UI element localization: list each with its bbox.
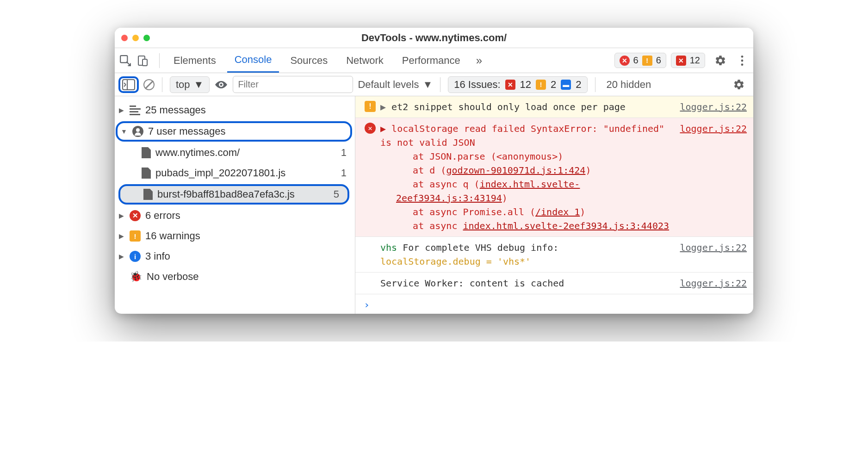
message-text: Service Worker: content is cached <box>380 278 564 289</box>
error-icon: ✕ <box>130 210 141 221</box>
message-source-link[interactable]: logger.js:22 <box>680 276 747 290</box>
error-count: 6 <box>633 55 639 66</box>
file-icon <box>142 168 151 179</box>
user-messages-label[interactable]: 7 user messages <box>148 125 226 137</box>
message-text: localStorage read failed SyntaxError: "u… <box>380 123 664 148</box>
warning-icon: ! <box>536 80 546 90</box>
tab-sources[interactable]: Sources <box>283 48 335 73</box>
sidebar-item-user-messages-highlight: ▼ 7 user messages <box>116 121 352 142</box>
console-prompt[interactable]: › <box>355 294 753 314</box>
cross-icon: ✕ <box>676 56 686 66</box>
stack-link[interactable]: index.html.svelte-2eef3934.js:3:44023 <box>463 220 670 231</box>
hidden-count[interactable]: 20 hidden <box>603 79 655 91</box>
stack-link[interactable]: /index 1 <box>535 206 580 217</box>
divider <box>440 77 440 92</box>
tab-console[interactable]: Console <box>227 48 279 73</box>
messages-icon <box>130 106 141 115</box>
source-count: 1 <box>341 147 349 159</box>
sidebar-user-source-2-highlight[interactable]: burst-f9baff81bad8ea7efa3c.js 5 <box>118 184 349 205</box>
error-warning-pill[interactable]: ✕ 6 ! 6 <box>614 53 666 68</box>
more-tabs-button[interactable]: » <box>471 54 487 67</box>
errors-label: 6 errors <box>145 210 180 222</box>
log-prefix: vhs <box>380 242 397 253</box>
console-message-warning[interactable]: ! ▶ et2 snippet should only load once pe… <box>355 96 753 118</box>
user-icon <box>132 126 143 137</box>
sidebar-user-source-1[interactable]: pubads_impl_2022071801.js 1 <box>115 163 355 183</box>
filter-input[interactable] <box>233 76 353 93</box>
svg-rect-2 <box>143 59 147 66</box>
caret-right-icon: ▶ <box>118 253 125 260</box>
console-settings-icon[interactable] <box>728 79 750 91</box>
expand-icon[interactable]: ▶ <box>380 101 386 112</box>
context-selector[interactable]: top ▼ <box>170 76 210 93</box>
console-filterbar: top ▼ Default levels ▼ 16 Issues: ✕ 12 !… <box>115 73 753 96</box>
issues-warnings: 2 <box>551 79 556 91</box>
source-count: 1 <box>341 167 349 179</box>
warnings-label: 16 warnings <box>145 230 200 242</box>
error-icon: ✕ <box>620 56 630 66</box>
inspect-element-icon[interactable] <box>119 55 131 67</box>
console-message-log[interactable]: Service Worker: content is cached logger… <box>355 273 753 294</box>
sidebar-item-warnings[interactable]: ▶ ! 16 warnings <box>115 226 355 246</box>
minimize-window-button[interactable] <box>132 35 139 41</box>
message-text: et2 snippet should only load once per pa… <box>391 101 626 112</box>
sidebar-item-messages[interactable]: ▶ 25 messages <box>115 100 355 120</box>
sidebar-toggle-highlight <box>118 76 139 93</box>
more-options-icon[interactable] <box>736 55 749 67</box>
source-name: burst-f9baff81bad8ea7efa3c.js <box>157 188 295 200</box>
expand-icon[interactable]: ▶ <box>380 123 386 134</box>
console-message-log[interactable]: vhs For complete VHS debug info: localSt… <box>355 237 753 273</box>
levels-label: Default levels <box>358 79 419 91</box>
issues-errors: 12 <box>520 79 531 91</box>
warning-icon: ! <box>365 101 376 112</box>
stack-link[interactable]: index.html.svelte-2eef3934.js:3:43194 <box>396 179 580 204</box>
message-source-link[interactable]: logger.js:22 <box>680 122 747 233</box>
divider <box>159 53 160 68</box>
device-toolbar-icon[interactable] <box>137 55 148 67</box>
console-output: ! ▶ et2 snippet should only load once pe… <box>355 96 753 314</box>
maximize-window-button[interactable] <box>143 35 150 41</box>
settings-icon[interactable] <box>710 55 731 67</box>
caret-right-icon: ▶ <box>118 106 125 114</box>
main-tabstrip: Elements Console Sources Network Perform… <box>115 48 753 73</box>
tab-performance[interactable]: Performance <box>395 48 468 73</box>
console-message-error[interactable]: ✕ ▶ localStorage read failed SyntaxError… <box>355 118 753 237</box>
tab-network[interactable]: Network <box>339 48 391 73</box>
log-levels-selector[interactable]: Default levels ▼ <box>358 79 433 91</box>
verbose-label: No verbose <box>147 271 199 283</box>
issues-summary[interactable]: 16 Issues: ✕ 12 ! 2 ▬ 2 <box>448 76 587 93</box>
sidebar-item-info[interactable]: ▶ i 3 info <box>115 246 355 267</box>
main-split: ▶ 25 messages ▼ 7 user messages www.nyti… <box>115 96 753 314</box>
svg-rect-6 <box>123 80 135 90</box>
message-source-link[interactable]: logger.js:22 <box>680 100 747 114</box>
bug-icon: 🐞 <box>130 271 142 283</box>
divider <box>595 77 595 92</box>
sidebar-user-source-0[interactable]: www.nytimes.com/ 1 <box>115 143 355 163</box>
caret-right-icon: ▶ <box>118 232 125 240</box>
spacer <box>365 276 376 290</box>
console-sidebar: ▶ 25 messages ▼ 7 user messages www.nyti… <box>115 96 355 314</box>
spacer <box>365 241 376 268</box>
caret-down-icon[interactable]: ▼ <box>120 128 128 135</box>
close-window-button[interactable] <box>121 35 128 41</box>
window-title: DevTools - www.nytimes.com/ <box>361 32 507 44</box>
message-text: For complete VHS debug info: <box>403 242 558 253</box>
show-console-sidebar-icon[interactable] <box>122 79 135 90</box>
clear-console-icon[interactable] <box>143 79 155 90</box>
warning-icon: ! <box>642 56 652 66</box>
live-expression-icon[interactable] <box>214 80 228 90</box>
messages-label: 25 messages <box>145 104 206 116</box>
svg-point-8 <box>220 83 223 86</box>
message-source-link[interactable]: logger.js:22 <box>680 241 747 268</box>
sidebar-item-errors[interactable]: ▶ ✕ 6 errors <box>115 205 355 226</box>
window-controls <box>121 35 150 41</box>
source-name: www.nytimes.com/ <box>155 147 240 159</box>
info-icon: i <box>130 251 141 262</box>
sidebar-item-verbose[interactable]: 🐞 No verbose <box>115 267 355 287</box>
issues-pill[interactable]: ✕ 12 <box>671 53 705 68</box>
tab-elements[interactable]: Elements <box>166 48 223 73</box>
file-icon <box>142 147 151 158</box>
issues-label: 16 Issues: <box>454 79 500 91</box>
stack-link[interactable]: godzown-9010971d.js:1:424 <box>446 165 585 176</box>
titlebar: DevTools - www.nytimes.com/ <box>115 28 753 48</box>
